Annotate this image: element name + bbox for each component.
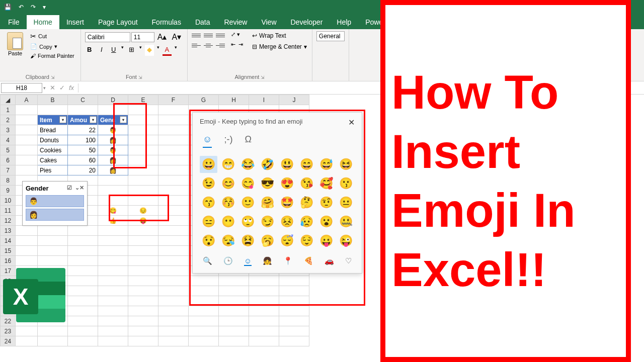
font-expand-icon[interactable]: ⇲ (138, 75, 142, 80)
merge-center-button[interactable]: ⊟Merge & Center ▾ (251, 42, 308, 51)
emoji-item[interactable]: 😪 (219, 232, 237, 249)
cell-J20[interactable] (279, 296, 309, 306)
save-icon[interactable]: 💾 (2, 3, 14, 12)
cell-E7[interactable] (128, 165, 158, 175)
cell-E8[interactable] (128, 175, 158, 186)
cell-D23[interactable] (98, 326, 128, 336)
cell-F11[interactable] (158, 206, 189, 216)
cell-C16[interactable] (68, 256, 98, 266)
cell-G21[interactable] (189, 306, 219, 316)
font-color-button[interactable]: A (163, 45, 172, 56)
emoji-item[interactable]: 😥 (298, 213, 315, 230)
cell-C19[interactable] (68, 286, 98, 296)
cell-D14[interactable] (98, 236, 128, 246)
emoji-item[interactable]: 😅 (317, 156, 335, 173)
cell-F19[interactable] (158, 286, 189, 296)
cell-D12[interactable]: 👍 (98, 216, 128, 226)
select-all-corner[interactable]: ◢ (1, 95, 16, 105)
cell-J23[interactable] (279, 326, 309, 336)
cell-F23[interactable] (158, 326, 189, 336)
cell-E12[interactable]: 😝 (128, 216, 158, 226)
cell-D18[interactable] (98, 276, 128, 286)
row-header-23[interactable]: 23 (1, 326, 16, 336)
cell-F6[interactable] (158, 155, 189, 165)
cell-E9[interactable] (128, 186, 158, 196)
clear-filter-icon[interactable]: ⌄✕ (75, 185, 84, 192)
cell-E18[interactable] (128, 276, 158, 286)
decrease-font-button[interactable]: A▾ (170, 31, 183, 43)
filter-icon[interactable]: ▾ (120, 116, 127, 123)
slicer-item-female[interactable]: 👩 (26, 209, 84, 221)
column-header-B[interactable]: B (38, 95, 68, 105)
cell-E23[interactable] (128, 326, 158, 336)
cell-F9[interactable] (158, 186, 189, 196)
cell-B4[interactable]: Donuts (38, 135, 68, 145)
cell-F14[interactable] (158, 236, 189, 246)
undo-icon[interactable]: ↶ (17, 3, 26, 12)
cell-I24[interactable] (249, 336, 279, 346)
copy-button[interactable]: 📄Copy ▾ (28, 42, 76, 51)
number-format-select[interactable] (316, 31, 345, 41)
emoji-tab-symbols[interactable]: Ω (245, 134, 251, 148)
tab-help[interactable]: Help (330, 15, 358, 29)
cell-B2[interactable]: Item▾ (38, 115, 68, 125)
cell-J24[interactable] (279, 336, 309, 346)
cell-C17[interactable] (68, 266, 98, 276)
row-header-8[interactable]: 8 (1, 175, 16, 186)
emoji-category[interactable]: 🔍 (203, 256, 212, 266)
increase-font-button[interactable]: A▴ (155, 31, 169, 43)
cell-D9[interactable] (98, 186, 128, 196)
row-header-4[interactable]: 4 (1, 135, 16, 145)
row-header-5[interactable]: 5 (1, 145, 16, 155)
multi-select-icon[interactable]: ☑ (67, 185, 72, 192)
cell-D4[interactable]: 👩 (98, 135, 128, 145)
align-bottom-button[interactable] (216, 31, 225, 39)
cell-G24[interactable] (189, 336, 219, 346)
cell-C20[interactable] (68, 296, 98, 306)
slicer-gender[interactable]: Gender ☑ ⌄✕ 👨 👩 (22, 181, 88, 226)
align-right-button[interactable] (216, 41, 225, 49)
row-header-24[interactable]: 24 (1, 336, 16, 346)
cell-I21[interactable] (249, 306, 279, 316)
cell-H21[interactable] (219, 306, 249, 316)
tab-data[interactable]: Data (188, 15, 217, 29)
cell-B13[interactable] (38, 226, 68, 236)
cell-F1[interactable] (158, 105, 189, 115)
cell-G18[interactable] (189, 276, 219, 286)
emoji-item[interactable]: 😚 (219, 194, 237, 211)
column-header-H[interactable]: H (219, 95, 249, 105)
align-top-button[interactable] (192, 31, 201, 39)
emoji-category[interactable]: ♡ (345, 256, 352, 266)
cell-H23[interactable] (219, 326, 249, 336)
cell-I22[interactable] (249, 316, 279, 326)
row-header-12[interactable]: 12 (1, 216, 16, 226)
cell-D21[interactable] (98, 306, 128, 316)
emoji-item[interactable]: 😗 (337, 175, 355, 192)
tab-review[interactable]: Review (217, 15, 255, 29)
cell-A4[interactable] (16, 135, 38, 145)
cell-E22[interactable] (128, 316, 158, 326)
font-name-select[interactable] (85, 32, 130, 42)
emoji-item[interactable]: 😉 (200, 175, 217, 192)
emoji-item[interactable]: 😮 (317, 213, 335, 230)
cell-B23[interactable] (38, 326, 68, 336)
paste-button[interactable]: Paste (4, 31, 26, 57)
row-header-2[interactable]: 2 (1, 115, 16, 125)
cell-C5[interactable]: 50 (68, 145, 98, 155)
cell-E2[interactable] (128, 115, 158, 125)
row-header-10[interactable]: 10 (1, 196, 16, 206)
increase-indent-button[interactable]: ⇥ (238, 41, 243, 49)
format-painter-button[interactable]: 🖌Format Painter (28, 52, 76, 60)
emoji-item[interactable]: 😎 (259, 175, 276, 192)
cell-C15[interactable] (68, 246, 98, 256)
cell-C3[interactable]: 22 (68, 125, 98, 135)
emoji-category[interactable]: 🕒 (223, 256, 233, 266)
cell-F5[interactable] (158, 145, 189, 155)
cell-D6[interactable]: 👩 (98, 155, 128, 165)
row-header-3[interactable]: 3 (1, 125, 16, 135)
name-box[interactable] (1, 83, 42, 93)
emoji-item[interactable]: 😏 (259, 213, 276, 230)
column-header-G[interactable]: G (189, 95, 219, 105)
tab-formulas[interactable]: Formulas (145, 15, 188, 29)
cell-E17[interactable] (128, 266, 158, 276)
